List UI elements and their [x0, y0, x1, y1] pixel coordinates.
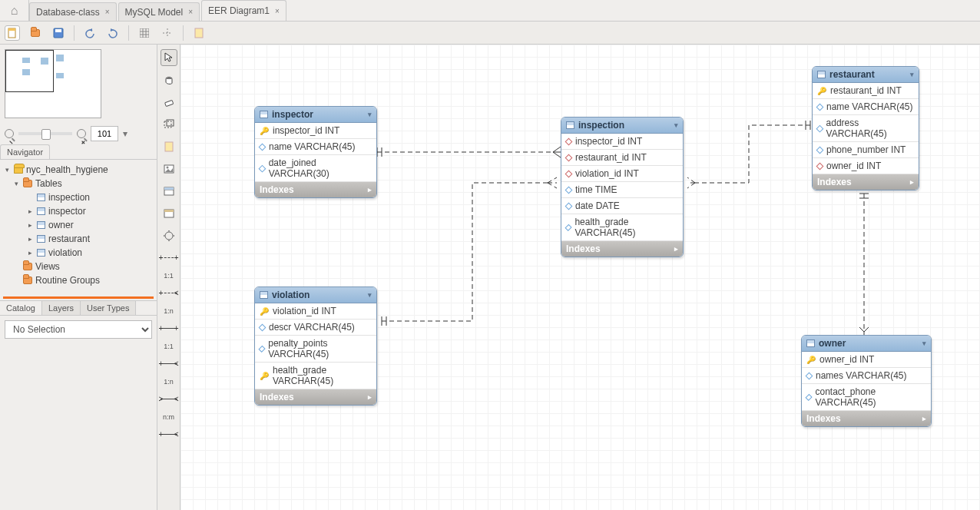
chevron-down-icon[interactable]: ▾ — [368, 291, 372, 299]
diagram-canvas[interactable]: inspector▾ 🔑inspector_id INT name VARCHA… — [180, 45, 980, 510]
note-tool[interactable] — [161, 138, 177, 155]
column-row[interactable]: 🔑restaurant_id INT — [813, 83, 919, 99]
zoom-in-button[interactable] — [77, 129, 86, 138]
align-toggle[interactable] — [160, 25, 175, 41]
indexes-row[interactable]: Indexes▸ — [255, 389, 376, 405]
chevron-down-icon[interactable]: ▾ — [922, 339, 926, 347]
layers-tab[interactable]: Layers — [42, 301, 81, 315]
indexes-row[interactable]: Indexes▸ — [561, 241, 683, 257]
chevron-down-icon[interactable]: ▾ — [368, 111, 372, 118]
grid-toggle[interactable] — [137, 25, 152, 41]
column-row[interactable]: restaurant_id INT — [561, 150, 683, 166]
rel-existing[interactable]: +< — [161, 426, 177, 443]
database-icon — [14, 166, 23, 174]
entity-inspection[interactable]: inspection▾ inspector_id INT restaurant_… — [561, 117, 684, 257]
panel-divider[interactable] — [3, 296, 154, 299]
view-tool[interactable] — [161, 205, 177, 222]
column-row[interactable]: date_joined VARCHAR(30) — [255, 155, 376, 182]
table-icon — [37, 249, 45, 257]
column-row[interactable]: name VARCHAR(45) — [813, 99, 919, 115]
schema-node[interactable]: ▾nyc_health_hygiene — [0, 163, 157, 177]
entity-header[interactable]: inspection▾ — [561, 118, 683, 134]
column-row[interactable]: 🔑health_grade VARCHAR(45) — [255, 363, 376, 389]
zoom-out-button[interactable] — [5, 129, 14, 138]
column-row[interactable]: time TIME — [561, 182, 683, 198]
rel-1-n-id[interactable]: +< — [161, 356, 177, 373]
zoom-slider[interactable] — [18, 132, 72, 135]
column-row[interactable]: date DATE — [561, 198, 683, 214]
rel-1-1-id[interactable]: ++ — [161, 320, 177, 337]
entity-header[interactable]: restaurant▾ — [813, 67, 919, 83]
indexes-row[interactable]: Indexes▸ — [802, 411, 931, 426]
tree-label: Routine Groups — [35, 275, 100, 286]
tables-node[interactable]: ▾Tables — [0, 177, 157, 190]
routines-node[interactable]: Routine Groups — [0, 273, 157, 287]
column-row[interactable]: violation_id INT — [561, 166, 683, 182]
entity-violation[interactable]: violation▾ 🔑violation_id INT descr VARCH… — [254, 286, 377, 406]
tab-database-class[interactable]: Database-class× — [29, 2, 117, 21]
chevron-down-icon[interactable]: ▾ — [910, 71, 914, 78]
undo-button[interactable] — [82, 25, 98, 41]
entity-header[interactable]: inspector▾ — [255, 107, 376, 123]
minimap[interactable] — [5, 49, 101, 118]
column-row[interactable]: descr VARCHAR(45) — [255, 320, 376, 336]
entity-inspector[interactable]: inspector▾ 🔑inspector_id INT name VARCHA… — [254, 106, 377, 198]
rel-1-n-nonid[interactable]: +< — [161, 285, 177, 302]
zoom-dropdown[interactable]: ▾ — [123, 128, 127, 139]
rel-1-1-nonid[interactable]: ++ — [161, 250, 177, 267]
views-node[interactable]: Views — [0, 260, 157, 273]
indexes-row[interactable]: Indexes▸ — [255, 182, 376, 197]
table-violation[interactable]: ▸violation — [0, 246, 157, 260]
new-file-button[interactable] — [5, 25, 20, 41]
indexes-label: Indexes — [260, 392, 294, 402]
chevron-down-icon[interactable]: ▾ — [674, 121, 678, 129]
home-tab[interactable]: ⌂ — [0, 0, 29, 21]
navigator-tab[interactable]: Navigator — [0, 144, 50, 159]
column-row[interactable]: owner_id INT — [813, 158, 919, 174]
entity-restaurant[interactable]: restaurant▾ 🔑restaurant_id INT name VARC… — [812, 66, 919, 190]
tab-label: Database-class — [36, 7, 100, 18]
column-row[interactable]: inspector_id INT — [561, 134, 683, 150]
eraser-tool[interactable] — [161, 94, 177, 111]
close-icon[interactable]: × — [188, 8, 193, 16]
rel-n-m[interactable]: >< — [161, 391, 177, 408]
column-row[interactable]: name VARCHAR(45) — [255, 139, 376, 155]
open-file-button[interactable] — [28, 25, 43, 41]
image-tool[interactable] — [161, 161, 177, 177]
column-row[interactable]: contact_phone VARCHAR(45) — [802, 384, 931, 411]
notation-button[interactable] — [191, 25, 207, 41]
indexes-row[interactable]: Indexes▸ — [813, 174, 919, 190]
column-row[interactable]: health_grade VARCHAR(45) — [561, 214, 683, 241]
table-restaurant[interactable]: ▸restaurant — [0, 232, 157, 246]
table-inspection[interactable]: inspection — [0, 190, 157, 204]
entity-owner[interactable]: owner▾ 🔑owner_id INT names VARCHAR(45) c… — [801, 335, 932, 427]
usertypes-tab[interactable]: User Types — [81, 301, 136, 315]
close-icon[interactable]: × — [105, 8, 110, 16]
column-row[interactable]: names VARCHAR(45) — [802, 368, 931, 384]
tab-eer-diagram[interactable]: EER Diagram1× — [201, 0, 286, 21]
column-row[interactable]: 🔑violation_id INT — [255, 303, 376, 320]
close-icon[interactable]: × — [275, 7, 280, 15]
pointer-tool[interactable] — [161, 49, 177, 66]
entity-header[interactable]: owner▾ — [802, 336, 931, 352]
save-button[interactable] — [51, 25, 66, 41]
column-row[interactable]: penalty_points VARCHAR(45) — [255, 336, 376, 363]
redo-button[interactable] — [105, 25, 121, 41]
hand-tool[interactable] — [161, 71, 177, 88]
selection-dropdown[interactable]: No Selection — [5, 320, 152, 339]
column-row[interactable]: address VARCHAR(45) — [813, 115, 919, 142]
table-tool[interactable] — [161, 183, 177, 200]
column-text: inspector_id INT — [575, 136, 642, 147]
table-inspector[interactable]: ▸inspector — [0, 204, 157, 218]
column-row[interactable]: phone_number INT — [813, 142, 919, 158]
routine-tool[interactable] — [161, 227, 177, 244]
diamond-icon — [565, 137, 573, 145]
tab-mysql-model[interactable]: MySQL Model× — [118, 2, 200, 21]
catalog-tab[interactable]: Catalog — [0, 301, 42, 315]
column-row[interactable]: 🔑owner_id INT — [802, 352, 931, 368]
entity-header[interactable]: violation▾ — [255, 287, 376, 303]
table-owner[interactable]: ▸owner — [0, 218, 157, 232]
column-row[interactable]: 🔑inspector_id INT — [255, 123, 376, 139]
zoom-input[interactable] — [91, 126, 118, 141]
layer-tool[interactable] — [161, 116, 177, 133]
